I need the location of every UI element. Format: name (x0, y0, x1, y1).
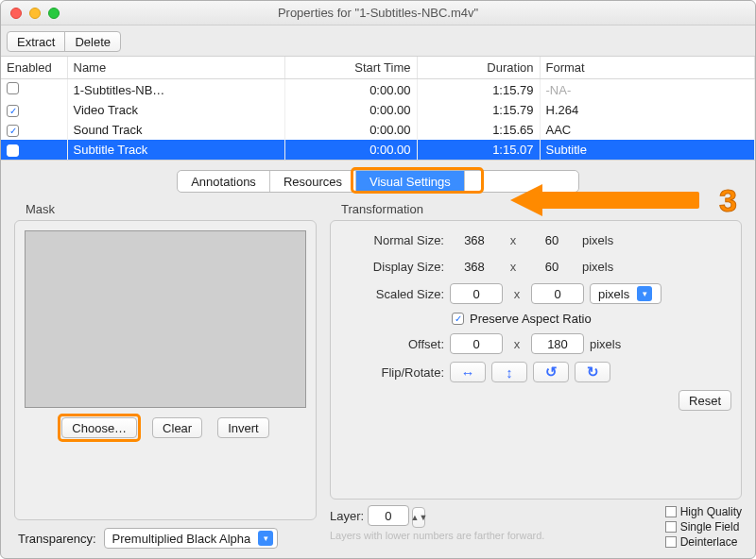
window-title: Properties for "1-Subtitles-NBC.m4v" (1, 6, 755, 20)
table-row[interactable]: Sound Track 0:00.00 1:15.65 AAC (1, 120, 755, 140)
layer-field[interactable]: 0 (368, 505, 409, 526)
scaled-unit-select[interactable]: pixels ▾ (590, 283, 662, 304)
tabs-row: Annotations Resources Visual Settings (1, 161, 755, 196)
display-size-label: Display Size: (340, 260, 444, 274)
col-format[interactable]: Format (540, 57, 755, 79)
track-format: AAC (540, 120, 755, 140)
transparency-select[interactable]: Premultiplied Black Alpha ▾ (104, 528, 279, 549)
invert-button[interactable]: Invert (217, 417, 269, 438)
track-duration: 1:15.65 (417, 120, 540, 140)
offset-label: Offset: (340, 337, 444, 351)
enabled-checkbox[interactable] (7, 125, 19, 137)
track-name: Video Track (67, 100, 284, 120)
track-duration: 1:15.79 (417, 100, 540, 120)
properties-window: Properties for "1-Subtitles-NBC.m4v" Ext… (0, 0, 756, 559)
enabled-checkbox[interactable] (7, 82, 19, 94)
col-enabled[interactable]: Enabled (1, 57, 67, 79)
track-format: Subtitle (540, 140, 755, 160)
dropdown-icon: ▾ (637, 286, 652, 301)
unit-label: pixels (582, 233, 639, 247)
mask-preview (25, 230, 306, 408)
offset-x-field[interactable]: 0 (450, 333, 503, 354)
transformation-group: Normal Size: 368 x 60 pixels Display Siz… (330, 220, 742, 500)
display-width: 368 (450, 257, 499, 276)
delete-button[interactable]: Delete (64, 31, 121, 52)
track-duration: 1:15.79 (417, 79, 540, 101)
col-start[interactable]: Start Time (284, 57, 417, 79)
x-separator: x (508, 337, 525, 351)
col-name[interactable]: Name (67, 57, 284, 79)
choose-button[interactable]: Choose… (61, 417, 137, 438)
layer-label: Layer: (330, 509, 364, 523)
layer-hint: Layers with lower numbers are farther fo… (330, 530, 544, 541)
x-separator: x (508, 287, 525, 301)
track-name: Sound Track (67, 120, 284, 140)
track-start: 0:00.00 (284, 79, 417, 101)
preserve-aspect-checkbox[interactable] (452, 313, 464, 325)
tab-resources[interactable]: Resources (270, 171, 356, 192)
toolbar: Extract Delete (1, 25, 755, 56)
clear-button[interactable]: Clear (152, 417, 202, 438)
layer-stepper[interactable]: ▲▼ (412, 507, 425, 528)
track-start: 0:00.00 (284, 120, 417, 140)
unit-label: pixels (590, 337, 646, 351)
preserve-aspect-label: Preserve Aspect Ratio (470, 312, 592, 326)
zoom-icon[interactable] (48, 8, 60, 19)
transparency-label: Transparency: (18, 532, 96, 546)
scaled-height-field[interactable]: 0 (531, 283, 584, 304)
unit-label: pixels (582, 260, 639, 274)
flip-vertical-button[interactable]: ↕ (491, 362, 527, 382)
tracks-table: Enabled Name Start Time Duration Format … (1, 56, 755, 161)
titlebar: Properties for "1-Subtitles-NBC.m4v" (1, 1, 755, 25)
window-controls (1, 8, 60, 19)
x-separator: x (505, 260, 522, 274)
enabled-checkbox[interactable] (7, 144, 19, 157)
high-quality-checkbox[interactable]: High Quality (665, 505, 742, 518)
track-start: 0:00.00 (284, 140, 417, 160)
display-height: 60 (527, 257, 576, 276)
extract-button[interactable]: Extract (7, 31, 65, 52)
offset-y-field[interactable]: 180 (531, 333, 584, 354)
transparency-value: Premultiplied Black Alpha (112, 532, 251, 546)
table-row[interactable]: Video Track 0:00.00 1:15.79 H.264 (1, 100, 755, 120)
scaled-width-field[interactable]: 0 (450, 283, 503, 304)
normal-height: 60 (527, 230, 576, 249)
high-quality-label: High Quality (680, 505, 742, 518)
track-duration: 1:15.07 (417, 140, 540, 160)
scaled-unit-value: pixels (598, 287, 629, 301)
track-name: 1-Subtitles-NB… (67, 79, 284, 101)
deinterlace-label: Deinterlace (680, 535, 738, 549)
flip-horizontal-button[interactable]: ↔ (450, 362, 486, 382)
mask-title: Mask (14, 202, 317, 220)
flip-rotate-label: Flip/Rotate: (340, 365, 444, 380)
mask-group: Choose… Clear Invert (14, 220, 317, 520)
single-field-checkbox[interactable]: Single Field (665, 520, 742, 534)
tab-obscured[interactable] (465, 171, 578, 192)
tab-visual-settings[interactable]: Visual Settings (356, 171, 465, 192)
normal-size-label: Normal Size: (340, 233, 444, 247)
table-row[interactable]: Subtitle Track 0:00.00 1:15.07 Subtitle (1, 140, 755, 160)
tabbar: Annotations Resources Visual Settings (177, 170, 579, 193)
rotate-ccw-button[interactable]: ↺ (533, 362, 569, 382)
track-format: -NA- (540, 79, 755, 101)
track-format: H.264 (540, 100, 755, 120)
reset-button[interactable]: Reset (679, 390, 731, 411)
single-field-label: Single Field (680, 520, 740, 534)
table-row[interactable]: 1-Subtitles-NB… 0:00.00 1:15.79 -NA- (1, 79, 755, 101)
close-icon[interactable] (10, 8, 22, 19)
tab-annotations[interactable]: Annotations (178, 171, 270, 192)
x-separator: x (505, 233, 522, 247)
track-start: 0:00.00 (284, 100, 417, 120)
minimize-icon[interactable] (29, 8, 41, 19)
normal-width: 368 (450, 230, 499, 249)
scaled-size-label: Scaled Size: (340, 287, 444, 301)
track-name: Subtitle Track (67, 140, 284, 160)
rotate-cw-button[interactable]: ↻ (575, 362, 610, 382)
deinterlace-checkbox[interactable]: Deinterlace (665, 535, 742, 549)
dropdown-icon: ▾ (258, 531, 273, 546)
col-duration[interactable]: Duration (417, 57, 540, 79)
transformation-title: Transformation (330, 202, 742, 220)
enabled-checkbox[interactable] (7, 105, 19, 117)
